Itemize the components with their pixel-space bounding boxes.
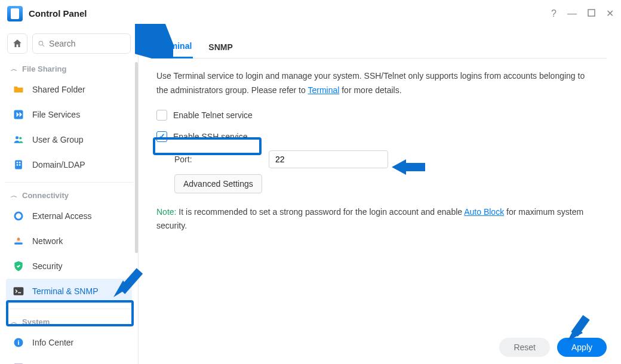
enable-ssh-checkbox[interactable] xyxy=(156,131,167,142)
group-label: Connectivity xyxy=(22,191,69,200)
group-header-connectivity[interactable]: ︿ Connectivity xyxy=(5,187,133,203)
divider xyxy=(5,309,133,309)
svg-rect-14 xyxy=(14,287,24,295)
search-box[interactable] xyxy=(32,33,131,54)
svg-rect-6 xyxy=(15,161,22,169)
svg-rect-0 xyxy=(588,10,595,16)
maximize-icon[interactable] xyxy=(588,9,595,18)
scrollbar-thumb[interactable] xyxy=(135,62,138,253)
title-bar: Control Panel ? — ✕ xyxy=(0,0,621,27)
shield-icon xyxy=(12,260,25,273)
help-icon[interactable]: ? xyxy=(551,9,557,18)
sidebar-item-file-services[interactable]: File Services xyxy=(6,102,132,127)
tab-snmp[interactable]: SNMP xyxy=(207,42,233,58)
note-label: Note: xyxy=(156,207,176,217)
sidebar-item-label: Info Center xyxy=(32,338,73,347)
sidebar-item-shared-folder[interactable]: Shared Folder xyxy=(6,77,132,102)
port-input[interactable] xyxy=(269,150,388,168)
description-text: Use Terminal service to login and manage… xyxy=(156,69,598,98)
svg-rect-10 xyxy=(19,164,21,166)
info-icon: i xyxy=(12,336,25,349)
sidebar-item-label: File Services xyxy=(32,110,80,119)
sidebar-item-terminal-snmp[interactable]: Terminal & SNMP xyxy=(6,279,132,304)
sidebar-item-label: User & Group xyxy=(32,135,84,144)
svg-line-2 xyxy=(42,45,44,47)
sidebar: ︿ File Sharing Shared Folder File Servic… xyxy=(0,27,139,364)
chevron-up-icon: ︿ xyxy=(11,317,17,326)
minimize-icon[interactable]: — xyxy=(567,9,577,18)
sidebar-item-label: Network xyxy=(32,236,63,246)
search-icon xyxy=(38,39,45,48)
sidebar-item-domain-ldap[interactable]: Domain/LDAP xyxy=(6,152,132,177)
port-label: Port: xyxy=(174,155,263,164)
window-controls: ? — ✕ xyxy=(551,9,614,18)
reset-button[interactable]: Reset xyxy=(499,338,550,357)
svg-rect-8 xyxy=(19,162,21,164)
svg-point-1 xyxy=(39,41,43,45)
terminal-icon xyxy=(12,285,25,298)
svg-point-12 xyxy=(17,237,20,240)
portal-icon xyxy=(12,361,25,364)
group-label: System xyxy=(22,317,50,326)
ssh-checkbox-row: Enable SSH service xyxy=(156,129,607,144)
app-icon xyxy=(7,6,23,21)
chevron-up-icon: ︿ xyxy=(11,64,17,73)
network-icon xyxy=(12,235,25,248)
svg-rect-13 xyxy=(14,243,22,245)
auto-block-link[interactable]: Auto Block xyxy=(464,207,504,217)
note-pre: It is recommended to set a strong passwo… xyxy=(176,207,464,217)
sidebar-item-user-group[interactable]: User & Group xyxy=(6,127,132,152)
svg-rect-7 xyxy=(17,162,19,164)
note-text: Note: It is recommended to set a strong … xyxy=(156,205,598,234)
folder-icon xyxy=(12,83,25,96)
domain-icon xyxy=(12,158,25,171)
divider xyxy=(5,182,133,183)
sidebar-item-label: Terminal & SNMP xyxy=(32,286,98,296)
file-services-icon xyxy=(12,108,25,121)
group-header-file-sharing[interactable]: ︿ File Sharing xyxy=(5,61,133,77)
desc-post: for more details. xyxy=(339,85,401,95)
svg-text:i: i xyxy=(17,339,19,346)
enable-telnet-checkbox[interactable] xyxy=(156,110,167,121)
advanced-settings-button[interactable]: Advanced Settings xyxy=(174,174,262,193)
window-title: Control Panel xyxy=(29,8,87,18)
sidebar-item-label: External Access xyxy=(32,211,92,221)
sidebar-item-info-center[interactable]: i Info Center xyxy=(6,330,132,355)
enable-telnet-label: Enable Telnet service xyxy=(173,110,253,120)
svg-point-4 xyxy=(16,136,19,139)
apply-button[interactable]: Apply xyxy=(557,338,607,357)
enable-ssh-label: Enable SSH service xyxy=(173,132,248,141)
sidebar-item-label: Security xyxy=(32,261,63,271)
search-input[interactable] xyxy=(49,39,125,48)
sidebar-item-external-access[interactable]: External Access xyxy=(6,203,132,229)
tab-terminal[interactable]: Terminal xyxy=(156,41,193,58)
chevron-up-icon: ︿ xyxy=(11,191,17,200)
svg-point-5 xyxy=(19,137,21,139)
group-header-system[interactable]: ︿ System xyxy=(5,314,133,330)
sidebar-item-label: Shared Folder xyxy=(32,85,85,94)
sidebar-item-label: Domain/LDAP xyxy=(32,160,85,169)
sidebar-item-security[interactable]: Security xyxy=(6,254,132,279)
svg-rect-9 xyxy=(17,164,19,166)
home-button[interactable] xyxy=(7,33,27,54)
sidebar-item-network[interactable]: Network xyxy=(6,229,132,254)
telnet-checkbox-row: Enable Telnet service xyxy=(156,107,607,123)
content-pane: Terminal SNMP Use Terminal service to lo… xyxy=(139,27,621,364)
tabs: Terminal SNMP xyxy=(156,38,607,58)
home-icon xyxy=(12,38,23,49)
external-access-icon xyxy=(12,209,25,223)
terminal-link[interactable]: Terminal xyxy=(308,85,339,95)
close-icon[interactable]: ✕ xyxy=(606,9,614,18)
group-label: File Sharing xyxy=(22,64,66,73)
user-group-icon xyxy=(12,133,25,146)
sidebar-item-login-portal[interactable]: Login Portal xyxy=(6,355,132,364)
